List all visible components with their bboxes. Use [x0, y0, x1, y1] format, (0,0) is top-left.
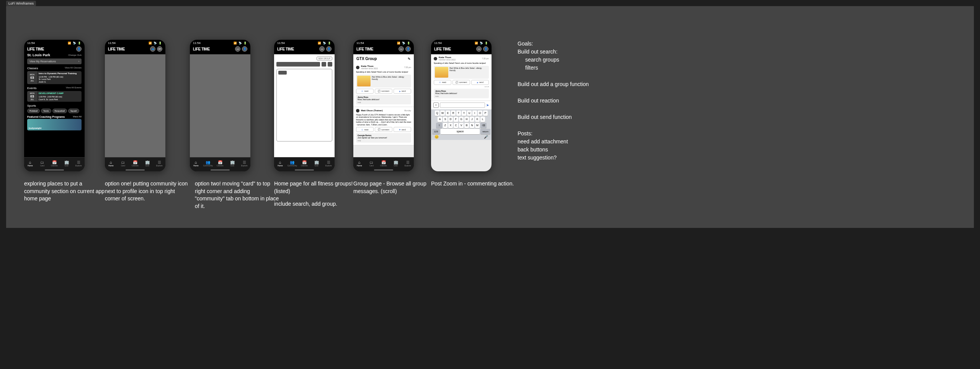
tab-explore[interactable]: ☰Explore: [72, 160, 85, 167]
tab-explore[interactable]: ☰Explore: [153, 160, 165, 167]
see-all-link[interactable]: see all: [434, 86, 489, 88]
tab-explore[interactable]: ☰Explore: [238, 160, 250, 167]
tab-card[interactable]: 🗂Card: [366, 160, 378, 167]
tab-club[interactable]: 🏢Club: [141, 160, 154, 167]
shift-key[interactable]: ⇧: [436, 123, 442, 128]
key[interactable]: R: [451, 111, 456, 116]
profile-icon[interactable]: 👤: [405, 46, 411, 52]
card-icon[interactable]: ▭: [319, 46, 325, 52]
reply-link[interactable]: reply: [358, 140, 361, 141]
key[interactable]: T: [456, 111, 461, 116]
chip[interactable]: Squash: [68, 109, 79, 113]
key[interactable]: U: [467, 111, 472, 116]
tab-classes[interactable]: 📅Classes: [214, 160, 226, 167]
key[interactable]: H: [464, 117, 469, 122]
chip[interactable]: Pickleball: [27, 109, 40, 113]
card-icon[interactable]: ▭: [399, 46, 404, 52]
key[interactable]: O: [478, 111, 482, 116]
tab-club[interactable]: 🏢Club: [310, 160, 323, 167]
chip[interactable]: Tennis: [41, 109, 51, 113]
tab-card[interactable]: 🗂Card: [36, 160, 49, 167]
tab-home[interactable]: ⌂Home: [353, 160, 366, 167]
profile-icon[interactable]: 👤: [326, 46, 332, 52]
card-icon[interactable]: ▭: [476, 46, 482, 52]
community-icon[interactable]: 👥: [150, 46, 155, 52]
reservations-button[interactable]: View My Reservations ›: [27, 59, 82, 64]
profile-icon[interactable]: 👤: [242, 46, 247, 52]
comment-button[interactable]: 💬comment: [375, 89, 392, 94]
tab-club[interactable]: 🏢Club: [60, 160, 73, 167]
initials-avatar[interactable]: DH: [157, 46, 162, 52]
tab-card[interactable]: 🗂Card: [117, 160, 129, 167]
link-preview[interactable]: Red White & Blue Jello Salad - allergy f…: [434, 66, 489, 79]
react-button[interactable]: ☺react: [434, 80, 451, 85]
new-group-button[interactable]: NEW GROUP: [317, 57, 332, 60]
numbers-key[interactable]: 123: [432, 129, 440, 134]
react-button[interactable]: ☺react: [356, 89, 374, 94]
comment-button[interactable]: 💬comment: [452, 80, 470, 85]
class-card[interactable]: MON 03 JUL Intro to Dynamic Personal Tra…: [27, 71, 82, 84]
comment-input[interactable]: [440, 102, 485, 108]
view-all-events[interactable]: View All Events: [66, 86, 82, 90]
space-key[interactable]: space: [441, 129, 480, 134]
tab-home[interactable]: ⌂Home: [105, 160, 117, 167]
tab-home[interactable]: ⌂Home: [274, 160, 286, 167]
link-preview[interactable]: Red White & Blue Jello Salad - allergy f…: [356, 75, 411, 88]
key[interactable]: Y: [462, 111, 466, 116]
chip[interactable]: Racquetball: [52, 109, 67, 113]
feed-body[interactable]: GTX Group ✎ Katie Thom member since 2022…: [353, 54, 414, 159]
event-card[interactable]: MON 03 JUL DEVELOPMENT CAMP 1:00 PM - 2:…: [27, 91, 82, 102]
delete-key[interactable]: ⌫: [480, 123, 487, 128]
tab-explore[interactable]: ☰Explore: [402, 160, 414, 167]
keyboard[interactable]: QWERTYUIOP ASDFGHJKL ⇧ ZXCVBNM ⌫ 123 spa…: [431, 109, 492, 140]
search-action[interactable]: [322, 62, 326, 67]
tab-classes[interactable]: 📅Classes: [48, 160, 60, 167]
tab-home[interactable]: ⌂Home: [190, 160, 202, 167]
key[interactable]: N: [470, 123, 474, 128]
react-button[interactable]: ☺react: [356, 127, 374, 132]
key[interactable]: D: [448, 117, 453, 122]
key[interactable]: I: [472, 111, 477, 116]
profile-icon[interactable]: 👤: [76, 46, 82, 52]
send-button[interactable]: ➤send: [394, 89, 411, 94]
key[interactable]: V: [459, 123, 464, 128]
key[interactable]: W: [440, 111, 445, 116]
key[interactable]: P: [483, 111, 488, 116]
emoji-key[interactable]: 😊: [434, 135, 439, 139]
reply-link[interactable]: reply: [435, 95, 439, 97]
key[interactable]: F: [454, 117, 458, 122]
key[interactable]: B: [464, 123, 469, 128]
key[interactable]: X: [448, 123, 453, 128]
key[interactable]: A: [438, 117, 442, 122]
key[interactable]: L: [480, 117, 485, 122]
tab-classes[interactable]: 📅Classes: [377, 160, 390, 167]
key[interactable]: S: [443, 117, 448, 122]
list-item[interactable]: [278, 71, 287, 75]
card-icon[interactable]: ▭: [235, 46, 240, 52]
key[interactable]: J: [470, 117, 474, 122]
profile-icon[interactable]: 👤: [483, 46, 488, 52]
key[interactable]: M: [475, 123, 480, 128]
key[interactable]: Z: [443, 123, 448, 128]
tab-community[interactable]: 👥Community: [286, 160, 299, 167]
view-all-featured[interactable]: View All: [73, 115, 82, 118]
view-all-classes[interactable]: View All Classes: [65, 67, 82, 70]
key[interactable]: E: [446, 111, 450, 116]
key[interactable]: K: [475, 117, 480, 122]
return-key[interactable]: return: [480, 129, 490, 134]
tab-club[interactable]: 🏢Club: [390, 160, 402, 167]
featured-card[interactable]: bodyweight: [27, 119, 82, 130]
comment-button[interactable]: 💬comment: [375, 127, 392, 132]
key[interactable]: Q: [435, 111, 439, 116]
tab-club[interactable]: 🏢Club: [226, 160, 238, 167]
change-club-button[interactable]: Change Club: [68, 54, 82, 56]
send-button[interactable]: ➤send: [394, 127, 411, 132]
mic-key[interactable]: 🎤: [484, 135, 488, 139]
tab-classes[interactable]: 📅Classes: [298, 160, 310, 167]
key[interactable]: G: [459, 117, 464, 122]
tab-home[interactable]: ⌂Home: [24, 160, 36, 167]
send-icon[interactable]: ➤: [486, 103, 489, 107]
edit-icon[interactable]: ✎: [408, 57, 411, 61]
tab-classes[interactable]: 📅Classes: [129, 160, 141, 167]
reply-link[interactable]: reply: [358, 101, 361, 103]
